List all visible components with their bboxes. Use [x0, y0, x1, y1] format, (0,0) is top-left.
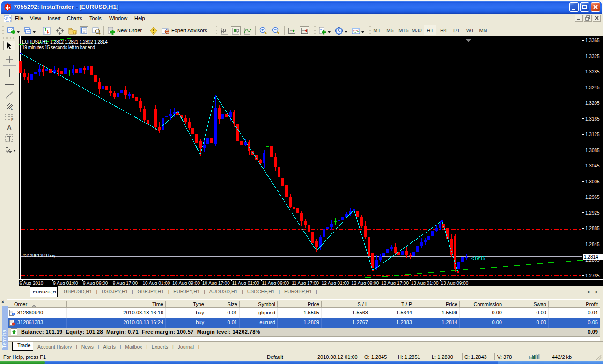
svg-text:12 Aug 17:00: 12 Aug 17:00 — [381, 281, 409, 286]
svg-text:EURUSD,H1 1.2812 1.2821 1.280: EURUSD,H1 1.2812 1.2821 1.2802 1.2814 — [22, 39, 108, 44]
svg-text:1.3085: 1.3085 — [585, 148, 600, 153]
svg-text:11 Aug 17:00: 11 Aug 17:00 — [292, 281, 319, 286]
svg-text:6 Aug 2010: 6 Aug 2010 — [20, 281, 44, 286]
svg-text:10 Aug 01:00: 10 Aug 01:00 — [142, 281, 170, 286]
svg-text:1.3165: 1.3165 — [585, 116, 600, 122]
svg-text:9 Aug 17:00: 9 Aug 17:00 — [113, 281, 138, 286]
svg-text:1.3125: 1.3125 — [585, 132, 600, 137]
svg-text:10 Aug 17:00: 10 Aug 17:00 — [202, 281, 230, 286]
svg-text:<19:15: <19:15 — [471, 256, 485, 261]
svg-text:1.2925: 1.2925 — [585, 211, 600, 216]
svg-text:F: F — [11, 118, 13, 121]
svg-text:1.3045: 1.3045 — [585, 163, 600, 168]
svg-text:12 Aug 09:00: 12 Aug 09:00 — [351, 281, 379, 286]
svg-text:11 Aug 09:00: 11 Aug 09:00 — [262, 281, 289, 286]
svg-text:1.3285: 1.3285 — [585, 69, 600, 74]
svg-text:1.2965: 1.2965 — [585, 195, 600, 200]
svg-text:13 Aug 09:00: 13 Aug 09:00 — [441, 281, 468, 286]
svg-text:#312861383 buy: #312861383 buy — [22, 253, 56, 258]
svg-text:9 Aug 09:00: 9 Aug 09:00 — [83, 281, 108, 286]
svg-text:1.3325: 1.3325 — [585, 54, 600, 59]
svg-text:1.3365: 1.3365 — [585, 38, 600, 43]
svg-text:13 Aug 01:00: 13 Aug 01:00 — [411, 281, 439, 286]
svg-text:11 Aug 01:00: 11 Aug 01:00 — [232, 281, 260, 286]
svg-text:1.2885: 1.2885 — [585, 226, 600, 231]
svg-text:9 Aug 01:00: 9 Aug 01:00 — [53, 281, 78, 286]
svg-text:10 Aug 09:00: 10 Aug 09:00 — [172, 281, 200, 286]
svg-text:1.2845: 1.2845 — [585, 242, 600, 247]
svg-text:1.3245: 1.3245 — [585, 85, 600, 90]
svg-text:1.3205: 1.3205 — [585, 101, 600, 106]
svg-text:12 Aug 01:00: 12 Aug 01:00 — [322, 281, 349, 286]
svg-text:E: E — [11, 107, 13, 110]
svg-text:1.2814: 1.2814 — [584, 255, 598, 260]
svg-text:1.2765: 1.2765 — [585, 273, 600, 278]
svg-text:19 minutes 15 seconds left to: 19 minutes 15 seconds left to bar end — [22, 45, 95, 50]
svg-text:1.3005: 1.3005 — [585, 179, 600, 184]
